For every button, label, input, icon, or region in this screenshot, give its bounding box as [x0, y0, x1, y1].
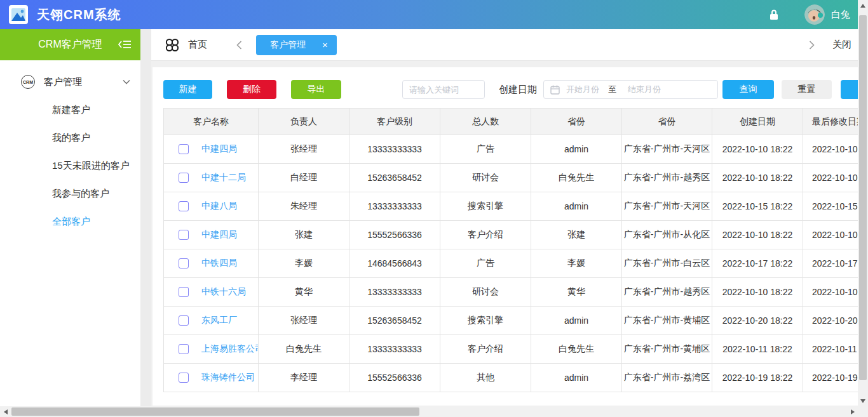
- table-cell: 白经理: [259, 164, 349, 192]
- customer-name-cell: 上海易胜客公司: [164, 335, 259, 364]
- avatar[interactable]: [804, 4, 825, 25]
- row-checkbox[interactable]: [179, 344, 189, 354]
- collapse-sidebar-icon[interactable]: [118, 39, 132, 50]
- table-cell: 朱经理: [259, 192, 349, 221]
- table-row: 中铁四局李媛14684566843广告李媛广东省-广州市-白云区2022-10-…: [164, 249, 858, 278]
- date-start-placeholder: 开始月份: [566, 84, 599, 95]
- table-cell: 2022-10-10 18:22: [712, 278, 803, 307]
- column-header-1: 负责人: [259, 109, 349, 135]
- table-cell: 2022-10-10: [803, 221, 858, 249]
- chevron-left-icon[interactable]: [236, 41, 242, 50]
- table-cell: 黄华: [531, 278, 622, 307]
- table-cell: 李媛: [531, 249, 622, 278]
- row-checkbox[interactable]: [179, 373, 189, 383]
- tab-bar: 首页 客户管理 × 关闭: [151, 29, 858, 61]
- tabbar-right: 关闭: [809, 39, 851, 51]
- customer-name-cell: 中铁十六局: [164, 278, 259, 307]
- app-title: 天翎CRM系统: [37, 6, 121, 23]
- sidebar-subitem-1[interactable]: 我的客户: [0, 124, 140, 152]
- column-header-2: 客户级别: [349, 109, 440, 135]
- username[interactable]: 白兔: [831, 9, 850, 21]
- sidebar-menu: CRM 客户管理 新建客户我的客户15天未跟进的客户我参与的客户全部客户: [0, 60, 140, 235]
- table-cell: 研讨会: [440, 164, 531, 192]
- table-cell: 15552566336: [349, 364, 440, 392]
- customer-name-link[interactable]: 珠海铸件公司: [201, 372, 255, 383]
- reset-button[interactable]: 重置: [782, 80, 832, 99]
- sidebar-subitem-0[interactable]: 新建客户: [0, 96, 140, 124]
- table-cell: 2022-10-20: [803, 307, 858, 335]
- export-button[interactable]: 导出: [291, 80, 341, 99]
- tab-home[interactable]: 首页: [188, 39, 207, 51]
- customer-name-link[interactable]: 中铁十六局: [201, 286, 246, 298]
- customer-name-link[interactable]: 东风工厂: [201, 315, 237, 326]
- chevron-right-icon[interactable]: [809, 41, 815, 50]
- table-cell: 广告: [440, 135, 531, 164]
- tab-close-icon[interactable]: ×: [322, 40, 328, 50]
- table-cell: 2022-10-10: [803, 164, 858, 192]
- table-cell: 搜索引擎: [440, 307, 531, 335]
- scroll-up-arrow-icon[interactable]: [858, 0, 868, 11]
- toolbar: 新建 删除 导出 创建日期: [163, 80, 858, 99]
- sidebar: CRM客户管理 CRM 客户管理 新建客户我的客户15天未跟进的客户我参与的客户…: [0, 29, 140, 406]
- scroll-left-arrow-icon[interactable]: [0, 406, 11, 417]
- table-cell: admin: [531, 135, 622, 164]
- lock-icon[interactable]: [769, 9, 779, 20]
- new-button[interactable]: 新建: [163, 80, 212, 99]
- vertical-scrollbar-thumb[interactable]: [859, 15, 867, 380]
- table-cell: 广东省-广州市-荔湾区: [622, 364, 712, 392]
- close-operations-menu[interactable]: 关闭: [832, 39, 851, 51]
- customer-name-link[interactable]: 中建四局: [201, 143, 237, 155]
- extra-action-button[interactable]: [841, 80, 858, 99]
- date-range-input[interactable]: 开始月份 至 结束月份: [543, 80, 718, 99]
- table-cell: 其他: [440, 364, 531, 392]
- scrollbar-corner: [858, 406, 868, 417]
- sidebar-subitem-4[interactable]: 全部客户: [0, 208, 140, 235]
- sidebar-subitem-2[interactable]: 15天未跟进的客户: [0, 152, 140, 180]
- customer-panel: 新建 删除 导出 创建日期: [153, 67, 858, 406]
- tab-customer-management[interactable]: 客户管理 ×: [256, 35, 337, 55]
- sidebar-scrollbar-track[interactable]: [140, 29, 151, 406]
- customer-name-link[interactable]: 中建八局: [201, 201, 237, 212]
- row-checkbox[interactable]: [179, 173, 189, 183]
- home-apps-icon[interactable]: [164, 37, 180, 53]
- table-cell: 张建: [531, 221, 622, 249]
- row-checkbox[interactable]: [179, 201, 189, 211]
- vertical-scrollbar[interactable]: [858, 0, 868, 406]
- table-cell: 15263658452: [349, 307, 440, 335]
- scroll-right-arrow-icon[interactable]: [847, 406, 858, 417]
- table-cell: 2022-10-11: [803, 335, 858, 364]
- sidebar-subitem-3[interactable]: 我参与的客户: [0, 180, 140, 208]
- delete-button[interactable]: 删除: [227, 80, 276, 99]
- scroll-down-arrow-icon[interactable]: [858, 395, 868, 406]
- horizontal-scrollbar-thumb[interactable]: [11, 407, 419, 416]
- row-checkbox[interactable]: [179, 315, 189, 326]
- row-checkbox[interactable]: [179, 144, 189, 154]
- sidebar-item-customer-management[interactable]: CRM 客户管理: [0, 68, 140, 96]
- table-cell: 张经理: [259, 135, 349, 164]
- table-row: 上海易胜客公司白兔先生13333333333客户介绍白兔先生广东省-广州市-黄埔…: [164, 335, 858, 364]
- customer-name-link[interactable]: 中建十二局: [201, 172, 246, 183]
- customer-name-cell: 中建十二局: [164, 164, 259, 192]
- calendar-icon: [550, 85, 560, 95]
- customer-name-cell: 中建四局: [164, 135, 259, 164]
- table-cell: 黄华: [259, 278, 349, 307]
- table-row: 中建四局张建15552566336客户介绍张建广东省-广州市-从化区2022-1…: [164, 221, 858, 249]
- customer-name-link[interactable]: 中铁四局: [201, 258, 237, 269]
- table-row: 珠海铸件公司李经理15552566336其他admin广东省-广州市-荔湾区20…: [164, 364, 858, 392]
- table-cell: 2022-10-15: [803, 192, 858, 221]
- table-cell: 2022-10-19 18:22: [712, 364, 803, 392]
- row-checkbox[interactable]: [179, 287, 189, 297]
- customer-name-link[interactable]: 中建四局: [201, 229, 237, 241]
- keyword-input[interactable]: [402, 80, 485, 99]
- crm-app: 天翎CRM系统 白兔 CRM客户管理: [0, 0, 868, 417]
- table-cell: 2022-10-10 18:22: [712, 135, 803, 164]
- table-cell: 2022-10-11 18:22: [712, 335, 803, 364]
- row-checkbox[interactable]: [179, 258, 189, 268]
- column-header-0: 客户名称: [164, 109, 259, 135]
- query-button[interactable]: 查询: [722, 80, 774, 99]
- row-checkbox[interactable]: [179, 230, 189, 240]
- customer-name-link[interactable]: 上海易胜客公司: [201, 343, 259, 355]
- top-header: 天翎CRM系统 白兔: [0, 0, 868, 29]
- table-cell: 13333333333: [349, 192, 440, 221]
- horizontal-scrollbar[interactable]: [0, 406, 858, 417]
